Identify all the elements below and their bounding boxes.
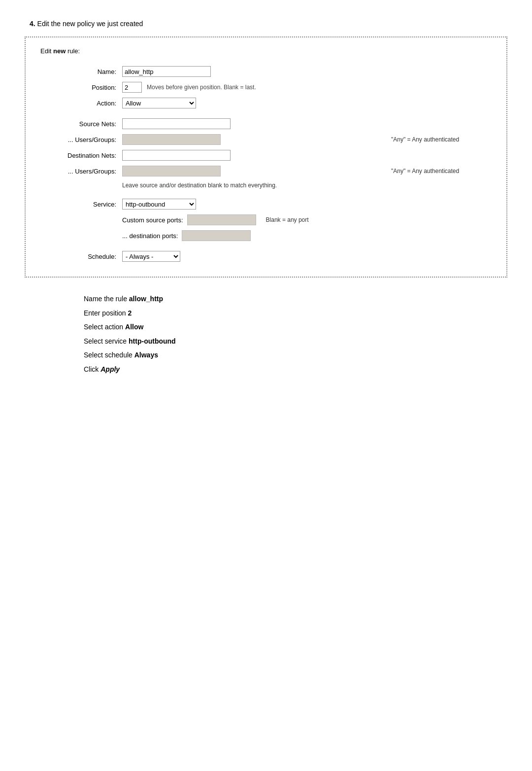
instruction-2-bold: 2 bbox=[128, 309, 132, 317]
instruction-6: Click Apply bbox=[84, 363, 507, 376]
instruction-4: Select service http-outbound bbox=[84, 335, 507, 348]
instruction-5: Select schedule Always bbox=[84, 349, 507, 362]
instruction-3: Select action Allow bbox=[84, 320, 507, 334]
action-select[interactable]: Allow Deny Reject bbox=[122, 98, 196, 108]
name-label: Name: bbox=[40, 64, 119, 79]
custom-ports-cell: Custom source ports: Blank = any port bbox=[119, 212, 388, 228]
instruction-4-prefix: Select service bbox=[84, 337, 129, 345]
blank-port-note: Blank = any port bbox=[260, 216, 309, 223]
step-text: Edit the new policy we just created bbox=[37, 20, 143, 28]
source-users-cell bbox=[119, 132, 388, 147]
custom-dest-ports-row: ... destination ports: bbox=[40, 228, 492, 244]
action-row: Action: Allow Deny Reject bbox=[40, 95, 492, 111]
position-cell: Moves before given position. Blank = las… bbox=[119, 79, 388, 95]
name-cell bbox=[119, 64, 388, 79]
dest-users-input[interactable] bbox=[122, 166, 221, 176]
instruction-4-bold: http-outbound bbox=[129, 337, 176, 345]
source-users-label: ... Users/Groups: bbox=[40, 132, 119, 147]
custom-dest-ports-input[interactable] bbox=[182, 230, 251, 241]
instruction-3-prefix: Select action bbox=[84, 323, 125, 331]
custom-source-ports-row: Custom source ports: Blank = any port bbox=[40, 212, 492, 228]
instruction-2-prefix: Enter position bbox=[84, 309, 128, 317]
match-note-row: Leave source and/or destination blank to… bbox=[40, 179, 492, 191]
instructions-section: Name the rule allow_http Enter position … bbox=[25, 292, 507, 376]
dest-users-cell bbox=[119, 163, 388, 179]
form-fields-table: Name: Position: Moves before given posit… bbox=[40, 64, 492, 264]
service-cell: http-outbound http https ftp any bbox=[119, 196, 388, 212]
dest-any-note: "Any" = Any authenticated bbox=[388, 163, 492, 179]
custom-source-ports-input[interactable] bbox=[187, 214, 256, 225]
dest-nets-input[interactable] bbox=[122, 150, 231, 161]
dest-nets-row: Destination Nets: bbox=[40, 147, 492, 163]
source-users-row: ... Users/Groups: "Any" = Any authentica… bbox=[40, 132, 492, 147]
position-label: Position: bbox=[40, 79, 119, 95]
instruction-6-italic: Apply bbox=[100, 365, 120, 373]
instruction-1-prefix: Name the rule bbox=[84, 295, 129, 303]
custom-dest-ports-label: ... destination ports: bbox=[122, 232, 178, 240]
source-nets-label: Source Nets: bbox=[40, 116, 119, 132]
name-row: Name: bbox=[40, 64, 492, 79]
source-nets-row: Source Nets: bbox=[40, 116, 492, 132]
schedule-row: Schedule: - Always - Business Hours Week… bbox=[40, 248, 492, 264]
instruction-5-bold: Always bbox=[134, 351, 158, 359]
source-users-input[interactable] bbox=[122, 134, 221, 145]
dest-nets-cell bbox=[119, 147, 388, 163]
custom-source-ports-label: Custom source ports: bbox=[122, 216, 183, 224]
instruction-1-bold: allow_http bbox=[129, 295, 163, 303]
custom-dest-cell: ... destination ports: bbox=[119, 228, 388, 244]
position-row: Position: Moves before given position. B… bbox=[40, 79, 492, 95]
instruction-3-bold: Allow bbox=[125, 323, 143, 331]
spacer-2 bbox=[40, 191, 492, 196]
instruction-6-prefix: Click bbox=[84, 365, 100, 373]
position-hint: Moves before given position. Blank = las… bbox=[147, 84, 256, 91]
service-label: Service: bbox=[40, 196, 119, 212]
step-number: 4. bbox=[30, 20, 35, 28]
source-any-note: "Any" = Any authenticated bbox=[388, 132, 492, 147]
source-nets-input[interactable] bbox=[122, 118, 231, 129]
form-title-edit: Edit bbox=[40, 47, 53, 55]
form-title-bold: new bbox=[53, 47, 66, 55]
service-row: Service: http-outbound http https ftp an… bbox=[40, 196, 492, 212]
form-title-rest: rule: bbox=[66, 47, 80, 55]
instruction-5-prefix: Select schedule bbox=[84, 351, 134, 359]
step-header: 4. Edit the new policy we just created bbox=[25, 20, 507, 28]
spacer-3 bbox=[40, 244, 492, 248]
spacer-1 bbox=[40, 111, 492, 116]
source-nets-cell bbox=[119, 116, 388, 132]
schedule-label: Schedule: bbox=[40, 248, 119, 264]
instruction-2: Enter position 2 bbox=[84, 307, 507, 320]
action-cell: Allow Deny Reject bbox=[119, 95, 388, 111]
dest-nets-label: Destination Nets: bbox=[40, 147, 119, 163]
schedule-select[interactable]: - Always - Business Hours Weekend bbox=[122, 251, 180, 262]
name-input[interactable] bbox=[122, 66, 211, 77]
dest-users-label: ... Users/Groups: bbox=[40, 163, 119, 179]
dest-users-row: ... Users/Groups: "Any" = Any authentica… bbox=[40, 163, 492, 179]
instruction-1: Name the rule allow_http bbox=[84, 292, 507, 306]
match-note: Leave source and/or destination blank to… bbox=[122, 181, 277, 189]
form-box-title: Edit new rule: bbox=[40, 47, 492, 55]
edit-rule-form: Edit new rule: Name: Position: Moves bef… bbox=[25, 36, 507, 278]
action-label: Action: bbox=[40, 95, 119, 111]
position-input[interactable] bbox=[122, 82, 142, 93]
schedule-cell: - Always - Business Hours Weekend bbox=[119, 248, 388, 264]
service-select[interactable]: http-outbound http https ftp any bbox=[122, 199, 196, 210]
